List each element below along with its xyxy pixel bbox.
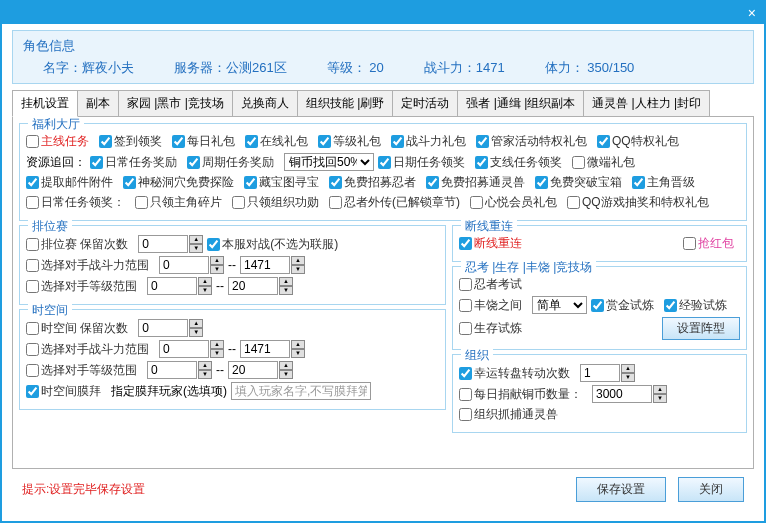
tab-merchant[interactable]: 兑换商人 bbox=[232, 90, 298, 116]
cb-local-server[interactable] bbox=[207, 238, 220, 251]
cb-qqgame[interactable] bbox=[567, 196, 580, 209]
rank-level-max[interactable] bbox=[228, 277, 278, 295]
cb-donate[interactable] bbox=[459, 388, 472, 401]
cb-ninja-exam[interactable] bbox=[459, 278, 472, 291]
worship-name-input[interactable] bbox=[231, 382, 371, 400]
cb-reconnect[interactable] bbox=[459, 237, 472, 250]
rank-power-min[interactable] bbox=[159, 256, 209, 274]
worship-spec-label: 指定膜拜玩家(选填项) bbox=[111, 383, 227, 400]
donate-amount-input[interactable] bbox=[592, 385, 652, 403]
rank-keep-input[interactable] bbox=[138, 235, 188, 253]
cb-fengrao[interactable] bbox=[459, 299, 472, 312]
char-info-title: 角色信息 bbox=[23, 37, 743, 55]
formation-button[interactable]: 设置阵型 bbox=[662, 317, 740, 340]
cb-branch[interactable] bbox=[475, 156, 488, 169]
main-window: × 角色信息 名字：辉夜小夫 服务器：公测261区 等级： 20 战斗力：147… bbox=[0, 0, 766, 523]
cb-survive[interactable] bbox=[459, 322, 472, 335]
fengrao-select[interactable]: 简单 bbox=[532, 296, 587, 314]
space-keep-input[interactable] bbox=[138, 319, 188, 337]
cb-signin[interactable] bbox=[99, 135, 112, 148]
rank-power-max[interactable] bbox=[240, 256, 290, 274]
tab-strong[interactable]: 强者 |通缉 |组织副本 bbox=[457, 90, 584, 116]
cb-dailyorg[interactable] bbox=[378, 156, 391, 169]
cb-bounty[interactable] bbox=[591, 299, 604, 312]
reconnect-title: 断线重连 bbox=[461, 218, 517, 235]
cb-online-gift[interactable] bbox=[245, 135, 258, 148]
cb-rank-match[interactable] bbox=[26, 238, 39, 251]
cb-cave[interactable] bbox=[123, 176, 136, 189]
cb-weiduan[interactable] bbox=[572, 156, 585, 169]
cb-lead[interactable] bbox=[632, 176, 645, 189]
close-button[interactable]: 关闭 bbox=[678, 477, 744, 502]
tab-bar: 挂机设置 副本 家园 |黑市 |竞技场 兑换商人 组织技能 |刷野 定时活动 强… bbox=[12, 90, 754, 117]
rank-title: 排位赛 bbox=[28, 218, 72, 235]
space-power-min[interactable] bbox=[159, 340, 209, 358]
rank-group: 排位赛 排位赛 保留次数 ▲▼ 本服对战(不选为联服) 选择对手战斗力范围 ▲▼… bbox=[19, 225, 446, 305]
cb-catch-beast[interactable] bbox=[459, 408, 472, 421]
cb-exp[interactable] bbox=[664, 299, 677, 312]
tab-orgskill[interactable]: 组织技能 |刷野 bbox=[297, 90, 393, 116]
endure-title: 忍考 |生存 |丰饶 |竞技场 bbox=[461, 259, 596, 276]
cb-daily-gift[interactable] bbox=[172, 135, 185, 148]
cb-xinyue[interactable] bbox=[470, 196, 483, 209]
space-level-min[interactable] bbox=[147, 361, 197, 379]
cb-week-reward[interactable] bbox=[187, 156, 200, 169]
reconnect-group: 断线重连 断线重连 抢红包 bbox=[452, 225, 747, 262]
space-power-max[interactable] bbox=[240, 340, 290, 358]
cb-space-keep[interactable] bbox=[26, 322, 39, 335]
footer-hint: 提示:设置完毕保存设置 bbox=[22, 481, 564, 498]
cb-orgmerit[interactable] bbox=[232, 196, 245, 209]
char-server: 服务器：公测261区 bbox=[174, 59, 287, 77]
cb-spin[interactable] bbox=[459, 367, 472, 380]
cb-gaiden[interactable] bbox=[329, 196, 342, 209]
spinner-up[interactable]: ▲ bbox=[189, 235, 203, 244]
org-title: 组织 bbox=[461, 347, 493, 364]
content-area: 福利大厅 主线任务 签到领奖 每日礼包 在线礼包 等级礼包 战斗力礼包 管家活动… bbox=[12, 117, 754, 469]
endure-group: 忍考 |生存 |丰饶 |竞技场 忍者考试 丰饶之间 简单 赏金试炼 经验试炼 生… bbox=[452, 266, 747, 350]
cb-mail[interactable] bbox=[26, 176, 39, 189]
footer: 提示:设置完毕保存设置 保存设置 关闭 bbox=[2, 469, 764, 510]
cb-daily-reward[interactable] bbox=[90, 156, 103, 169]
cb-ninja[interactable] bbox=[329, 176, 342, 189]
cb-main-quest[interactable] bbox=[26, 135, 39, 148]
cb-beast[interactable] bbox=[426, 176, 439, 189]
org-group: 组织 幸运转盘转动次数 ▲▼ 每日捐献铜币数量： ▲▼ 组织抓捕通灵兽 bbox=[452, 354, 747, 433]
cb-treasure[interactable] bbox=[244, 176, 257, 189]
save-button[interactable]: 保存设置 bbox=[576, 477, 666, 502]
tab-settings[interactable]: 挂机设置 bbox=[12, 90, 78, 117]
spin-count-input[interactable] bbox=[580, 364, 620, 382]
cb-space-power[interactable] bbox=[26, 343, 39, 356]
rank-level-min[interactable] bbox=[147, 277, 197, 295]
resource-label: 资源追回： bbox=[26, 154, 86, 171]
cb-rank-level[interactable] bbox=[26, 280, 39, 293]
cb-rank-power[interactable] bbox=[26, 259, 39, 272]
tab-home[interactable]: 家园 |黑市 |竞技场 bbox=[118, 90, 233, 116]
close-icon[interactable]: × bbox=[748, 5, 756, 21]
cb-steward-gift[interactable] bbox=[476, 135, 489, 148]
welfare-title: 福利大厅 bbox=[28, 117, 84, 133]
space-group: 时空间 时空间 保留次数 ▲▼ 选择对手战斗力范围 ▲▼ -- ▲▼ 选择对手等… bbox=[19, 309, 446, 410]
char-name: 名字：辉夜小夫 bbox=[43, 59, 134, 77]
resource-select[interactable]: 铜币找回50% bbox=[284, 153, 374, 171]
cb-space-level[interactable] bbox=[26, 364, 39, 377]
cb-level-gift[interactable] bbox=[318, 135, 331, 148]
space-title: 时空间 bbox=[28, 302, 72, 319]
char-power: 战斗力：1471 bbox=[424, 59, 505, 77]
tab-timed[interactable]: 定时活动 bbox=[392, 90, 458, 116]
cb-qq-gift[interactable] bbox=[597, 135, 610, 148]
cb-mainfrag[interactable] bbox=[135, 196, 148, 209]
titlebar: × bbox=[2, 2, 764, 24]
cb-redbag[interactable] bbox=[683, 237, 696, 250]
cb-breach[interactable] bbox=[535, 176, 548, 189]
cb-org-daily[interactable] bbox=[26, 196, 39, 209]
welfare-group: 福利大厅 主线任务 签到领奖 每日礼包 在线礼包 等级礼包 战斗力礼包 管家活动… bbox=[19, 123, 747, 221]
char-level: 等级： 20 bbox=[327, 59, 384, 77]
cb-battle-gift[interactable] bbox=[391, 135, 404, 148]
char-stamina: 体力： 350/150 bbox=[545, 59, 635, 77]
tab-dungeon[interactable]: 副本 bbox=[77, 90, 119, 116]
space-level-max[interactable] bbox=[228, 361, 278, 379]
char-info-panel: 角色信息 名字：辉夜小夫 服务器：公测261区 等级： 20 战斗力：1471 … bbox=[12, 30, 754, 84]
cb-worship[interactable] bbox=[26, 385, 39, 398]
spinner-down[interactable]: ▼ bbox=[189, 244, 203, 253]
tab-beast[interactable]: 通灵兽 |人柱力 |封印 bbox=[583, 90, 710, 116]
